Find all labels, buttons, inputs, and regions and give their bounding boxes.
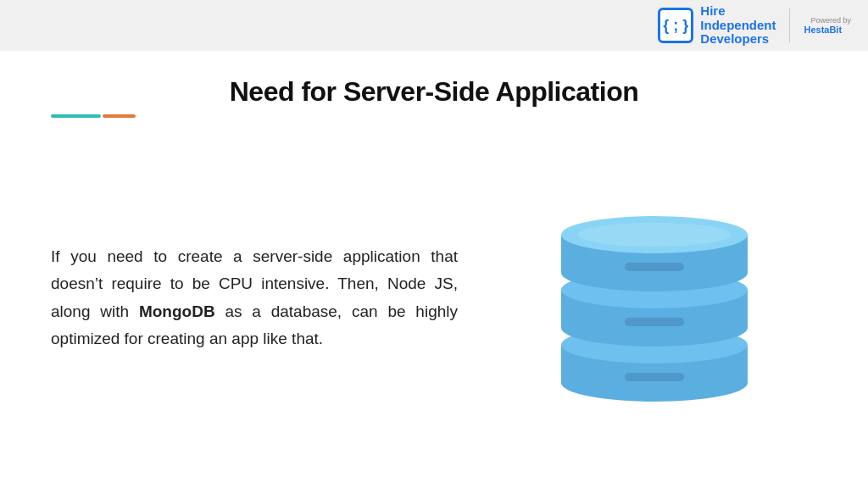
database-illustration [536, 188, 773, 408]
powered-by-label: Powered by [810, 16, 851, 25]
body-paragraph: If you need to create a server-side appl… [51, 243, 458, 352]
logo-hire: Hire [700, 4, 725, 19]
title-underline [51, 114, 136, 118]
slide-content: Need for Server-Side Application If you … [0, 51, 868, 488]
powered-brand-name: HestaBit [804, 25, 851, 35]
logo-divider [789, 8, 790, 42]
top-bar: { ; } Hire Independent Developers Powere… [0, 0, 868, 51]
svg-rect-7 [625, 318, 684, 326]
image-column [492, 188, 817, 408]
text-column: If you need to create a server-side appl… [51, 243, 458, 352]
logo-independent: Independent [700, 19, 776, 33]
svg-rect-11 [625, 263, 684, 271]
underline-orange [103, 114, 136, 118]
logo-text: Hire Independent Developers [700, 4, 776, 47]
body-section: If you need to create a server-side appl… [51, 133, 817, 463]
powered-section: Powered by HestaBit [804, 16, 851, 35]
underline-teal [51, 114, 101, 118]
svg-point-12 [578, 223, 731, 247]
title-section: Need for Server-Side Application [51, 76, 817, 118]
logo-bracket-text: { ; } [663, 17, 688, 35]
logo-area: { ; } Hire Independent Developers Powere… [658, 4, 851, 47]
svg-rect-3 [625, 373, 684, 381]
logo-icon: { ; } [658, 8, 693, 43]
page-title: Need for Server-Side Application [51, 76, 817, 108]
body-text-bold: MongoDB [139, 302, 215, 320]
slide: { ; } Hire Independent Developers Powere… [0, 0, 868, 488]
logo-developers: Developers [700, 32, 769, 47]
